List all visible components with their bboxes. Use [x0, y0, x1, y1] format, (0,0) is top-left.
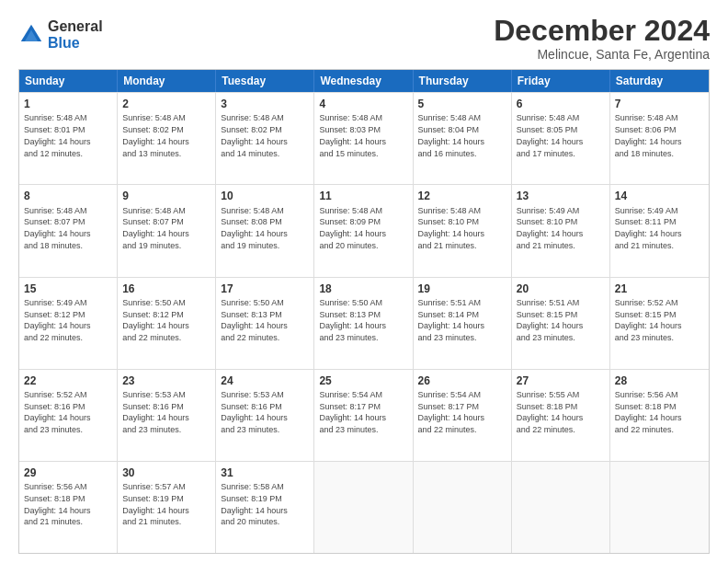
day-number: 31 — [221, 465, 309, 480]
logo-icon — [18, 22, 44, 48]
day-info: Sunrise: 5:50 AM Sunset: 8:12 PM Dayligh… — [122, 298, 189, 342]
day-info: Sunrise: 5:48 AM Sunset: 8:01 PM Dayligh… — [24, 113, 91, 157]
cal-cell: 27Sunrise: 5:55 AM Sunset: 8:18 PM Dayli… — [512, 370, 610, 461]
header-cell-friday: Friday — [512, 70, 610, 92]
cal-cell: 21Sunrise: 5:52 AM Sunset: 8:15 PM Dayli… — [610, 278, 709, 369]
cal-cell — [512, 462, 610, 553]
cal-cell: 9Sunrise: 5:48 AM Sunset: 8:07 PM Daylig… — [118, 185, 216, 276]
cal-cell: 2Sunrise: 5:48 AM Sunset: 8:02 PM Daylig… — [118, 93, 216, 184]
day-info: Sunrise: 5:53 AM Sunset: 8:16 PM Dayligh… — [122, 390, 189, 434]
day-info: Sunrise: 5:50 AM Sunset: 8:13 PM Dayligh… — [221, 298, 288, 342]
day-number: 13 — [517, 189, 605, 203]
header-cell-wednesday: Wednesday — [314, 70, 413, 92]
day-number: 30 — [122, 465, 210, 480]
cal-cell: 14Sunrise: 5:49 AM Sunset: 8:11 PM Dayli… — [610, 185, 709, 276]
day-number: 21 — [615, 282, 704, 296]
cal-cell: 3Sunrise: 5:48 AM Sunset: 8:02 PM Daylig… — [216, 93, 314, 184]
day-number: 24 — [221, 373, 309, 388]
day-number: 7 — [615, 97, 704, 111]
day-number: 6 — [517, 97, 605, 111]
day-info: Sunrise: 5:48 AM Sunset: 8:09 PM Dayligh… — [319, 206, 386, 250]
day-info: Sunrise: 5:56 AM Sunset: 8:18 PM Dayligh… — [24, 482, 91, 526]
cal-cell: 28Sunrise: 5:56 AM Sunset: 8:18 PM Dayli… — [610, 370, 709, 461]
day-number: 4 — [319, 97, 407, 111]
cal-cell: 1Sunrise: 5:48 AM Sunset: 8:01 PM Daylig… — [19, 93, 118, 184]
cal-cell: 19Sunrise: 5:51 AM Sunset: 8:14 PM Dayli… — [414, 278, 512, 369]
month-title: December 2024 — [494, 15, 710, 47]
cal-cell: 24Sunrise: 5:53 AM Sunset: 8:16 PM Dayli… — [216, 370, 314, 461]
day-info: Sunrise: 5:51 AM Sunset: 8:14 PM Dayligh… — [418, 298, 485, 342]
subtitle: Melincue, Santa Fe, Argentina — [494, 47, 710, 62]
cal-cell: 22Sunrise: 5:52 AM Sunset: 8:16 PM Dayli… — [19, 370, 118, 461]
day-number: 2 — [122, 97, 210, 111]
day-info: Sunrise: 5:53 AM Sunset: 8:16 PM Dayligh… — [221, 390, 288, 434]
day-info: Sunrise: 5:48 AM Sunset: 8:07 PM Dayligh… — [122, 206, 189, 250]
cal-cell: 31Sunrise: 5:58 AM Sunset: 8:19 PM Dayli… — [216, 462, 314, 553]
cal-cell: 25Sunrise: 5:54 AM Sunset: 8:17 PM Dayli… — [314, 370, 413, 461]
cal-cell: 20Sunrise: 5:51 AM Sunset: 8:15 PM Dayli… — [512, 278, 610, 369]
cal-cell: 23Sunrise: 5:53 AM Sunset: 8:16 PM Dayli… — [118, 370, 216, 461]
day-info: Sunrise: 5:54 AM Sunset: 8:17 PM Dayligh… — [319, 390, 386, 434]
calendar-body: 1Sunrise: 5:48 AM Sunset: 8:01 PM Daylig… — [19, 92, 709, 553]
cal-cell: 11Sunrise: 5:48 AM Sunset: 8:09 PM Dayli… — [314, 185, 413, 276]
header-cell-sunday: Sunday — [19, 70, 118, 92]
day-info: Sunrise: 5:48 AM Sunset: 8:05 PM Dayligh… — [517, 113, 584, 157]
day-info: Sunrise: 5:48 AM Sunset: 8:03 PM Dayligh… — [319, 113, 386, 157]
day-number: 18 — [319, 282, 407, 296]
day-number: 14 — [615, 189, 704, 203]
title-block: December 2024 Melincue, Santa Fe, Argent… — [494, 15, 710, 62]
day-info: Sunrise: 5:48 AM Sunset: 8:02 PM Dayligh… — [122, 113, 189, 157]
day-number: 27 — [517, 373, 605, 388]
day-info: Sunrise: 5:48 AM Sunset: 8:04 PM Dayligh… — [418, 113, 485, 157]
day-info: Sunrise: 5:55 AM Sunset: 8:18 PM Dayligh… — [517, 390, 584, 434]
day-number: 28 — [615, 373, 704, 388]
cal-row: 8Sunrise: 5:48 AM Sunset: 8:07 PM Daylig… — [19, 184, 709, 276]
day-number: 19 — [418, 282, 506, 296]
cal-cell: 8Sunrise: 5:48 AM Sunset: 8:07 PM Daylig… — [19, 185, 118, 276]
cal-cell: 30Sunrise: 5:57 AM Sunset: 8:19 PM Dayli… — [118, 462, 216, 553]
day-number: 11 — [319, 189, 407, 203]
day-number: 12 — [418, 189, 506, 203]
day-number: 5 — [418, 97, 506, 111]
page: General Blue December 2024 Melincue, San… — [0, 0, 728, 563]
day-number: 8 — [24, 189, 112, 203]
day-info: Sunrise: 5:52 AM Sunset: 8:15 PM Dayligh… — [615, 298, 682, 342]
cal-row: 22Sunrise: 5:52 AM Sunset: 8:16 PM Dayli… — [19, 369, 709, 461]
cal-cell — [414, 462, 512, 553]
day-number: 3 — [221, 97, 309, 111]
day-info: Sunrise: 5:49 AM Sunset: 8:10 PM Dayligh… — [517, 206, 584, 250]
day-info: Sunrise: 5:50 AM Sunset: 8:13 PM Dayligh… — [319, 298, 386, 342]
day-number: 16 — [122, 282, 210, 296]
cal-cell: 13Sunrise: 5:49 AM Sunset: 8:10 PM Dayli… — [512, 185, 610, 276]
logo-blue: Blue — [48, 35, 103, 52]
day-number: 17 — [221, 282, 309, 296]
day-number: 15 — [24, 282, 112, 296]
day-info: Sunrise: 5:56 AM Sunset: 8:18 PM Dayligh… — [615, 390, 682, 434]
calendar: SundayMondayTuesdayWednesdayThursdayFrid… — [18, 69, 710, 554]
cal-cell — [314, 462, 413, 553]
cal-row: 29Sunrise: 5:56 AM Sunset: 8:18 PM Dayli… — [19, 461, 709, 553]
day-info: Sunrise: 5:54 AM Sunset: 8:17 PM Dayligh… — [418, 390, 485, 434]
day-info: Sunrise: 5:49 AM Sunset: 8:12 PM Dayligh… — [24, 298, 91, 342]
header-cell-tuesday: Tuesday — [216, 70, 314, 92]
day-info: Sunrise: 5:48 AM Sunset: 8:06 PM Dayligh… — [615, 113, 682, 157]
cal-row: 15Sunrise: 5:49 AM Sunset: 8:12 PM Dayli… — [19, 277, 709, 369]
cal-cell: 15Sunrise: 5:49 AM Sunset: 8:12 PM Dayli… — [19, 278, 118, 369]
day-number: 25 — [319, 373, 407, 388]
day-number: 20 — [517, 282, 605, 296]
cal-cell: 12Sunrise: 5:48 AM Sunset: 8:10 PM Dayli… — [414, 185, 512, 276]
day-number: 23 — [122, 373, 210, 388]
cal-cell: 26Sunrise: 5:54 AM Sunset: 8:17 PM Dayli… — [414, 370, 512, 461]
logo-text: General Blue — [48, 18, 103, 51]
day-info: Sunrise: 5:48 AM Sunset: 8:08 PM Dayligh… — [221, 206, 288, 250]
cal-cell: 17Sunrise: 5:50 AM Sunset: 8:13 PM Dayli… — [216, 278, 314, 369]
header-cell-saturday: Saturday — [610, 70, 709, 92]
cal-cell: 7Sunrise: 5:48 AM Sunset: 8:06 PM Daylig… — [610, 93, 709, 184]
day-info: Sunrise: 5:51 AM Sunset: 8:15 PM Dayligh… — [517, 298, 584, 342]
day-info: Sunrise: 5:48 AM Sunset: 8:02 PM Dayligh… — [221, 113, 288, 157]
day-number: 10 — [221, 189, 309, 203]
cal-cell: 29Sunrise: 5:56 AM Sunset: 8:18 PM Dayli… — [19, 462, 118, 553]
header-cell-monday: Monday — [118, 70, 216, 92]
header-cell-thursday: Thursday — [414, 70, 512, 92]
logo: General Blue — [18, 18, 103, 51]
